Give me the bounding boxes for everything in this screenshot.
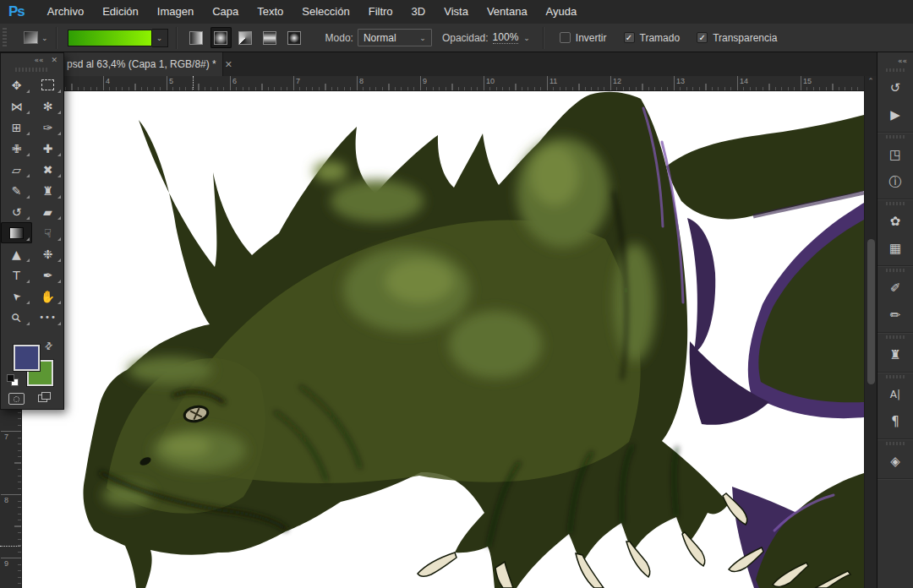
gradient-style-linear-button[interactable] xyxy=(186,27,207,48)
gradient-preview[interactable] xyxy=(68,30,152,46)
healing-brush-tool[interactable]: ✚ xyxy=(32,138,63,159)
brush-tool[interactable]: ✎ xyxy=(1,180,32,201)
transparencia-checkbox[interactable]: ✓ xyxy=(697,32,708,43)
menu-item-ventana[interactable]: Ventana xyxy=(478,0,537,24)
tab-close-icon[interactable]: ✕ xyxy=(225,59,232,70)
character-panel-icon: A| xyxy=(890,389,900,400)
color-panel-button[interactable]: ✿ xyxy=(877,208,913,235)
tool-preset-picker[interactable]: ⌄ xyxy=(24,31,48,44)
dock-group-grip[interactable] xyxy=(886,135,905,139)
character-panel-button[interactable]: A| xyxy=(877,381,913,408)
path-selection-tool[interactable]: ➤ xyxy=(1,286,32,307)
move-tool[interactable]: ✥ xyxy=(1,74,32,95)
content-aware-move-tool[interactable]: ✖ xyxy=(32,159,63,180)
lasso-tool[interactable]: ⋈ xyxy=(1,95,32,117)
menu-item-seleccion[interactable]: Selección xyxy=(292,0,358,24)
swatches-panel-button[interactable]: ▦ xyxy=(877,235,913,262)
scrollbar-thumb[interactable] xyxy=(867,239,875,384)
swap-colors-icon[interactable]: ⇄ xyxy=(42,340,56,353)
scroll-up-arrow-icon[interactable]: ⌃ xyxy=(865,77,877,85)
info-panel-button[interactable]: ⓘ xyxy=(877,168,913,195)
hand-tool[interactable]: ✋ xyxy=(32,286,63,307)
clone-stamp-tool-icon: ♜ xyxy=(42,184,53,198)
cursor-position-marker xyxy=(193,76,194,91)
hruler-number: 13 xyxy=(676,77,685,85)
sharpen-tool[interactable]: ▲ xyxy=(1,243,32,264)
menu-item-vista[interactable]: Vista xyxy=(435,0,478,24)
blend-mode-dropdown[interactable]: Normal ⌄ xyxy=(358,29,432,46)
3d-panel-button[interactable]: ◈ xyxy=(877,448,913,475)
chevron-down-icon[interactable]: ⌄ xyxy=(523,34,530,42)
chevron-down-icon: ⌄ xyxy=(419,34,426,42)
gradient-style-reflected-button[interactable] xyxy=(260,27,281,48)
zoom-tool[interactable]: ⚲ xyxy=(1,307,32,328)
menu-item-capa[interactable]: Capa xyxy=(203,0,248,24)
healing-brush-tool-icon: ✚ xyxy=(43,142,53,155)
pen-tool[interactable]: ✒ xyxy=(32,264,63,286)
type-tool[interactable]: T xyxy=(1,264,32,286)
dock-group-grip[interactable] xyxy=(886,375,905,378)
menu-item-ayuda[interactable]: Ayuda xyxy=(537,0,587,24)
magic-wand-tool[interactable]: ✻ xyxy=(32,95,63,117)
smudge-tool[interactable]: ☟ xyxy=(32,222,63,243)
panel-drag-grip[interactable] xyxy=(15,68,49,72)
rectangular-marquee-tool[interactable] xyxy=(32,74,63,95)
gradient-tool[interactable] xyxy=(1,222,32,243)
spot-healing-tool[interactable]: ✙ xyxy=(1,138,32,159)
gradient-picker-button[interactable]: ⌄ xyxy=(152,29,168,47)
document-canvas[interactable] xyxy=(22,91,864,588)
menu-bar: Ps ArchivoEdiciónImagenCapaTextoSelecció… xyxy=(0,0,913,24)
paragraph-panel-button[interactable]: ¶ xyxy=(877,408,913,435)
quick-mask-button[interactable] xyxy=(8,393,25,405)
collapse-dock-icon[interactable]: «« xyxy=(877,52,913,66)
gradient-style-angle-button[interactable] xyxy=(235,27,256,48)
brushes-panel-button[interactable]: ✐ xyxy=(877,275,913,302)
dock-group-grip[interactable] xyxy=(886,68,905,72)
sponge-tool[interactable]: ❉ xyxy=(32,243,63,264)
separator xyxy=(56,27,57,49)
gradient-style-radial-button[interactable] xyxy=(210,27,232,48)
opacity-value[interactable]: 100% xyxy=(493,31,519,44)
gradient-style-diamond-button[interactable] xyxy=(284,27,305,48)
dock-group-grip[interactable] xyxy=(886,269,905,272)
menu-item-3d[interactable]: 3D xyxy=(402,0,435,24)
dock-group-grip[interactable] xyxy=(886,335,905,339)
perspective-crop-tool[interactable]: ⊞ xyxy=(1,117,32,138)
close-panel-icon[interactable]: ✕ xyxy=(51,56,57,64)
invertir-checkbox[interactable] xyxy=(560,32,571,43)
eyedropper-tool[interactable]: ✑ xyxy=(32,117,63,138)
collapse-panel-icon[interactable]: «« xyxy=(34,56,43,64)
actions-panel-button[interactable]: ▶ xyxy=(877,101,913,128)
history-panel-button[interactable]: ↺ xyxy=(877,74,913,101)
transparencia-label: Transparencia xyxy=(713,32,777,44)
default-colors-icon[interactable] xyxy=(7,374,19,386)
sharpen-tool-icon: ▲ xyxy=(12,248,21,261)
rectangular-marquee-tool-icon xyxy=(41,79,54,90)
menu-item-filtro[interactable]: Filtro xyxy=(359,0,402,24)
tramado-checkbox[interactable]: ✓ xyxy=(624,32,635,43)
vertical-scrollbar[interactable]: ⌃ xyxy=(864,76,877,588)
menu-item-imagen[interactable]: Imagen xyxy=(148,0,203,24)
hruler-number: 10 xyxy=(486,77,495,85)
foreground-color-swatch[interactable] xyxy=(14,345,40,371)
eraser-tool[interactable]: ▰ xyxy=(32,201,63,222)
clone-source-panel-button[interactable]: ♜ xyxy=(877,341,913,368)
photoshop-logo: Ps xyxy=(8,3,25,20)
dock-group-grip[interactable] xyxy=(886,202,905,205)
3d-materials-panel-button[interactable]: ◳ xyxy=(877,141,913,168)
more-tools-tool[interactable]: ••• xyxy=(32,307,63,328)
brush-settings-panel-button[interactable]: ✏ xyxy=(877,302,913,329)
screen-mode-button[interactable] xyxy=(38,392,52,403)
menu-item-texto[interactable]: Texto xyxy=(248,0,292,24)
menu-item-edicion[interactable]: Edición xyxy=(93,0,148,24)
history-brush-tool[interactable]: ↺ xyxy=(1,201,32,222)
eyedropper-tool-icon: ✑ xyxy=(43,121,53,134)
right-panel-dock: «« ↺▶◳ⓘ✿▦✐✏♜A|¶◈ xyxy=(877,52,913,588)
menu-item-archivo[interactable]: Archivo xyxy=(38,0,93,24)
dock-group-grip[interactable] xyxy=(886,442,905,445)
hruler-number: 4 xyxy=(106,77,110,85)
clone-stamp-tool[interactable]: ♜ xyxy=(32,180,63,201)
spot-healing-tool-icon: ✙ xyxy=(12,142,22,155)
options-bar-grip[interactable] xyxy=(3,28,7,48)
patch-tool[interactable]: ▱ xyxy=(1,159,32,180)
